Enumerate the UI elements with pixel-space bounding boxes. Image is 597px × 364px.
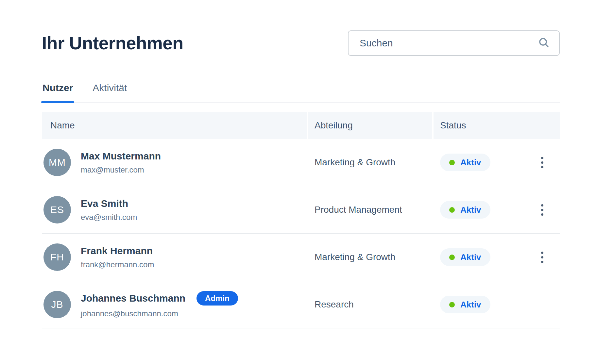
name-cell: JB Johannes Buschmann Admin johannes@bus… <box>42 291 307 318</box>
user-email: johannes@buschmann.com <box>81 309 238 318</box>
name-cell: MM Max Mustermann max@muster.com <box>42 149 307 176</box>
column-header-name: Name <box>42 112 307 139</box>
department-cell: Marketing & Growth <box>308 157 432 168</box>
status-badge: Aktiv <box>440 201 490 219</box>
status-dot-icon <box>449 255 455 260</box>
user-table-body: MM Max Mustermann max@muster.com Marketi… <box>42 139 560 328</box>
column-header-abteilung: Abteilung <box>308 112 432 139</box>
name-block: Frank Hermann frank@hermann.com <box>81 245 154 269</box>
status-label: Aktiv <box>460 206 481 214</box>
user-email: frank@hermann.com <box>81 260 154 269</box>
search-input[interactable] <box>360 38 537 49</box>
status-dot-icon <box>449 302 455 307</box>
status-dot-icon <box>449 207 455 213</box>
table-header: Name Abteilung Status <box>42 112 560 139</box>
user-name: Eva Smith <box>81 198 128 209</box>
avatar: FH <box>43 243 71 271</box>
table-row: ES Eva Smith eva@smith.com Product Manag… <box>42 186 560 234</box>
status-badge: Aktiv <box>440 296 490 313</box>
search-icon[interactable] <box>537 37 551 50</box>
name-block: Johannes Buschmann Admin johannes@buschm… <box>81 291 238 318</box>
name-cell: ES Eva Smith eva@smith.com <box>42 196 307 223</box>
page-title: Ihr Unternehmen <box>42 33 183 54</box>
name-block: Max Mustermann max@muster.com <box>81 151 161 174</box>
tab-bar: Nutzer Aktivität <box>42 82 560 103</box>
department-cell: Research <box>308 299 432 310</box>
status-cell: Aktiv <box>434 154 560 171</box>
table-row: MM Max Mustermann max@muster.com Marketi… <box>42 139 560 186</box>
user-email: eva@smith.com <box>81 213 137 222</box>
admin-badge: Admin <box>196 291 238 306</box>
avatar: MM <box>43 149 71 176</box>
table-row: JB Johannes Buschmann Admin johannes@bus… <box>42 281 560 328</box>
status-dot-icon <box>449 160 455 165</box>
status-label: Aktiv <box>460 158 481 167</box>
status-label: Aktiv <box>460 300 481 309</box>
department-cell: Product Management <box>308 205 432 215</box>
user-name: Max Mustermann <box>81 151 161 162</box>
status-badge: Aktiv <box>440 248 490 266</box>
user-email: max@muster.com <box>81 165 161 174</box>
table-row: FH Frank Hermann frank@hermann.com Marke… <box>42 234 560 281</box>
column-header-status: Status <box>434 112 560 139</box>
tab-aktivitaet[interactable]: Aktivität <box>92 82 128 102</box>
search-box[interactable] <box>348 30 560 56</box>
more-vertical-icon[interactable] <box>539 202 545 218</box>
more-vertical-icon[interactable] <box>539 250 545 265</box>
user-name: Frank Hermann <box>81 245 153 256</box>
avatar: ES <box>43 196 71 223</box>
status-cell: Aktiv <box>434 201 560 219</box>
more-vertical-icon[interactable] <box>539 155 545 170</box>
status-cell: Aktiv <box>434 248 560 266</box>
name-block: Eva Smith eva@smith.com <box>81 198 137 222</box>
avatar: JB <box>43 291 71 318</box>
status-cell: Aktiv <box>434 296 560 313</box>
header: Ihr Unternehmen <box>42 30 560 56</box>
status-badge: Aktiv <box>440 154 490 171</box>
tab-nutzer[interactable]: Nutzer <box>42 82 74 102</box>
department-cell: Marketing & Growth <box>308 252 432 262</box>
status-label: Aktiv <box>460 253 481 261</box>
name-cell: FH Frank Hermann frank@hermann.com <box>42 243 307 271</box>
page: Ihr Unternehmen Nutzer Aktivität Name Ab… <box>0 30 597 328</box>
user-name: Johannes Buschmann <box>81 293 185 304</box>
